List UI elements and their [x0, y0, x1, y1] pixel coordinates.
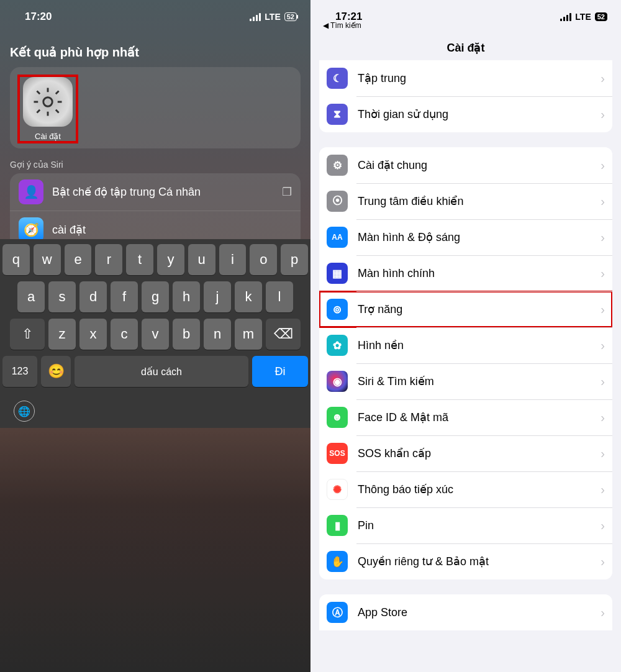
- key-k[interactable]: k: [235, 281, 262, 312]
- chevron-right-icon: ›: [601, 71, 605, 86]
- row-label: Màn hình & Độ sáng: [358, 230, 591, 244]
- row-label: Trợ năng: [358, 302, 591, 316]
- face-icon: ☻: [327, 407, 348, 428]
- settings-row-battery[interactable]: ▮Pin›: [319, 507, 612, 543]
- key-c[interactable]: c: [111, 319, 138, 350]
- settings-row-sos[interactable]: SOSSOS khẩn cấp›: [319, 435, 612, 471]
- settings-screen: 17:21 LTE 52 ◀ Tìm kiếm Cài đặt ☾Tập tru…: [310, 0, 621, 672]
- key-h[interactable]: h: [173, 281, 200, 312]
- row-label: Tập trung: [358, 71, 591, 85]
- appstore-icon: Ⓐ: [327, 602, 348, 623]
- settings-row-focus[interactable]: ☾Tập trung›: [319, 60, 612, 96]
- key-s[interactable]: s: [48, 281, 76, 312]
- row-label: Thông báo tiếp xúc: [358, 483, 591, 496]
- settings-row-appstore[interactable]: ⒶApp Store›: [319, 594, 612, 630]
- numbers-key[interactable]: 123: [2, 356, 37, 387]
- globe-icon[interactable]: 🌐: [14, 401, 35, 422]
- top-result-card: Cài đặt: [10, 67, 301, 148]
- suggestion-label: cài đặt: [52, 223, 86, 237]
- key-q[interactable]: q: [2, 244, 30, 275]
- settings-group-3: ⒶApp Store›: [319, 594, 612, 630]
- key-i[interactable]: i: [219, 244, 247, 275]
- delete-key[interactable]: ⌫: [266, 319, 301, 350]
- settings-group-1: ☾Tập trung›⧗Thời gian sử dụng›: [319, 60, 612, 132]
- spotlight-screen: 17:20 LTE 52 Kết quả phù hợp nhất Cài đặ…: [0, 0, 310, 672]
- sos-icon: SOS: [327, 443, 348, 464]
- key-t[interactable]: t: [126, 244, 153, 275]
- chevron-right-icon: ›: [601, 411, 605, 425]
- key-z[interactable]: z: [48, 319, 76, 350]
- chevron-right-icon: ›: [601, 158, 605, 173]
- keyboard: qwertyuiop asdfghjkl ⇧ zxcvbnm ⌫ 123 😊 d…: [0, 239, 310, 428]
- key-w[interactable]: w: [34, 244, 61, 275]
- key-g[interactable]: g: [142, 281, 169, 312]
- row-label: Face ID & Mật mã: [358, 411, 591, 424]
- settings-row-display[interactable]: AAMàn hình & Độ sáng›: [319, 219, 612, 255]
- space-key[interactable]: dấu cách: [75, 356, 248, 387]
- settings-row-face[interactable]: ☻Face ID & Mật mã›: [319, 399, 612, 435]
- key-r[interactable]: r: [95, 244, 122, 275]
- key-m[interactable]: m: [235, 319, 262, 350]
- siri-icon: ◉: [327, 371, 348, 392]
- statusbar-left: 17:20 LTE 52: [0, 0, 310, 29]
- row-label: Quyền riêng tư & Bảo mật: [358, 555, 591, 568]
- stack-icon: ❐: [282, 185, 292, 199]
- row-label: App Store: [358, 606, 591, 619]
- key-e[interactable]: e: [65, 244, 92, 275]
- general-icon: ⚙: [327, 155, 348, 176]
- emoji-key[interactable]: 😊: [41, 356, 71, 387]
- chevron-right-icon: ›: [601, 230, 605, 245]
- settings-row-home[interactable]: ▦Màn hình chính›: [319, 255, 612, 291]
- settings-row-wall[interactable]: ✿Hình nền›: [319, 327, 612, 363]
- chevron-right-icon: ›: [601, 375, 605, 389]
- key-v[interactable]: v: [142, 319, 169, 350]
- focus-icon: ☾: [327, 68, 348, 89]
- key-b[interactable]: b: [173, 319, 200, 350]
- row-label: Màn hình chính: [358, 267, 591, 280]
- settings-row-ctrl[interactable]: ⦿Trung tâm điều khiển›: [319, 183, 612, 219]
- wall-icon: ✿: [327, 335, 348, 356]
- chevron-right-icon: ›: [601, 194, 605, 209]
- network-label: LTE: [575, 12, 591, 22]
- settings-row-siri[interactable]: ◉Siri & Tìm kiếm›: [319, 363, 612, 399]
- settings-group-2: ⚙Cài đặt chung›⦿Trung tâm điều khiển›AAM…: [319, 147, 612, 579]
- status-icons: LTE 52: [250, 12, 297, 22]
- chevron-right-icon: ›: [601, 266, 605, 281]
- key-x[interactable]: x: [79, 319, 107, 350]
- status-icons: LTE 52: [560, 12, 607, 22]
- svg-point-0: [43, 98, 52, 106]
- key-u[interactable]: u: [188, 244, 215, 275]
- back-to-search[interactable]: ◀ Tìm kiếm: [323, 21, 361, 30]
- key-l[interactable]: l: [266, 281, 293, 312]
- chevron-right-icon: ›: [601, 606, 605, 620]
- network-label: LTE: [265, 12, 280, 22]
- settings-row-access[interactable]: ⊚Trợ năng›: [319, 291, 612, 327]
- siri-section-header: Gợi ý của Siri: [0, 158, 310, 173]
- siri-suggestion[interactable]: 👤Bật chế độ tập trung Cá nhân❐: [10, 173, 301, 211]
- go-key[interactable]: Đi: [252, 356, 308, 387]
- access-icon: ⊚: [327, 299, 348, 320]
- settings-row-privacy[interactable]: ✋Quyền riêng tư & Bảo mật›: [319, 543, 612, 579]
- row-label: Hình nền: [358, 338, 591, 352]
- battery-icon: ▮: [327, 515, 348, 536]
- settings-row-screen[interactable]: ⧗Thời gian sử dụng›: [319, 96, 612, 132]
- suggestion-label: Bật chế độ tập trung Cá nhân: [52, 185, 201, 199]
- chevron-right-icon: ›: [601, 483, 605, 497]
- row-label: SOS khẩn cấp: [358, 447, 591, 460]
- key-d[interactable]: d: [79, 281, 107, 312]
- settings-app-result[interactable]: Cài đặt: [20, 77, 76, 141]
- key-f[interactable]: f: [111, 281, 138, 312]
- key-j[interactable]: j: [204, 281, 231, 312]
- signal-icon: [250, 13, 261, 21]
- key-p[interactable]: p: [281, 244, 308, 275]
- key-a[interactable]: a: [17, 281, 45, 312]
- key-o[interactable]: o: [250, 244, 277, 275]
- row-label: Pin: [358, 519, 591, 532]
- key-n[interactable]: n: [204, 319, 231, 350]
- key-y[interactable]: y: [157, 244, 184, 275]
- chevron-right-icon: ›: [601, 519, 605, 533]
- exposure-icon: ✺: [327, 479, 348, 500]
- settings-row-general[interactable]: ⚙Cài đặt chung›: [319, 147, 612, 183]
- settings-row-exposure[interactable]: ✺Thông báo tiếp xúc›: [319, 471, 612, 507]
- shift-key[interactable]: ⇧: [10, 319, 45, 350]
